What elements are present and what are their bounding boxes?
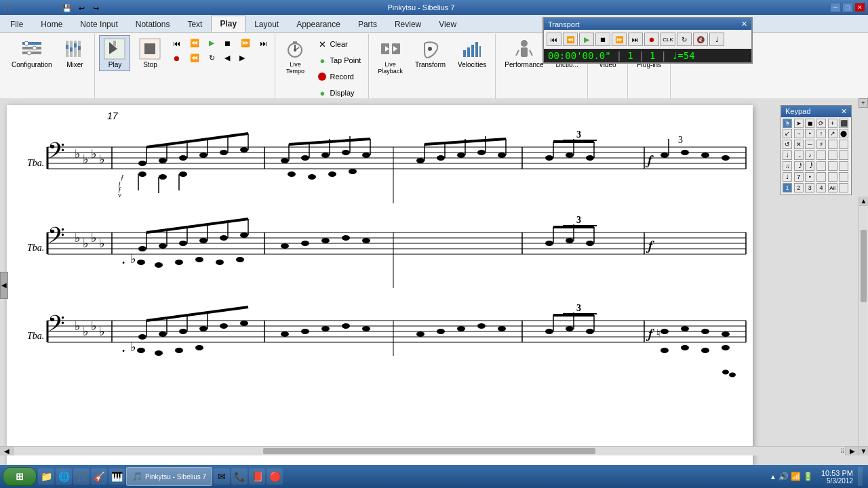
keypad-note6-btn[interactable]: 𝅘𝅥𝅱 xyxy=(805,161,814,171)
transport-ff-button[interactable]: ⏩ xyxy=(612,33,627,46)
live-tempo-button[interactable]: LiveTempo xyxy=(279,35,311,77)
scroll-right-btn[interactable]: ▶ xyxy=(845,447,859,455)
tab-appearance[interactable]: Appearance xyxy=(288,16,349,32)
taskbar-clock[interactable]: 10:53 PM 5/3/2012 xyxy=(821,469,853,485)
tray-arrow-icon[interactable]: ▲ xyxy=(770,473,776,481)
keypad-note5-btn[interactable]: 𝅘𝅥𝅰 xyxy=(794,161,804,171)
play-button[interactable]: Play xyxy=(99,35,130,71)
transport-play-small-button[interactable]: ▶ xyxy=(205,37,218,49)
volume-tray-icon[interactable]: 📶 xyxy=(791,472,801,481)
tab-note-input[interactable]: Note Input xyxy=(71,16,126,32)
keypad-all-btn[interactable]: All xyxy=(828,183,837,192)
taskbar-red-icon[interactable]: 🔴 xyxy=(267,468,283,485)
configuration-button[interactable]: Configuration xyxy=(7,35,56,71)
taskbar-phone-icon[interactable]: 📞 xyxy=(231,468,248,485)
transport-ff-end-button[interactable]: ⏭ xyxy=(628,33,643,46)
transport-rewind-button[interactable]: ⏪ xyxy=(186,52,203,64)
transport-prev-start-button[interactable]: ⏮ xyxy=(170,37,184,49)
tab-text[interactable]: Text xyxy=(178,16,211,32)
scroll-left-btn[interactable]: ◀ xyxy=(0,447,14,455)
transport-mute-button[interactable]: 🔇 xyxy=(693,33,708,46)
live-playback-button[interactable]: LivePlayback xyxy=(373,35,408,77)
network-tray-icon[interactable]: 🔊 xyxy=(778,472,789,481)
keypad-up-btn[interactable]: ↑ xyxy=(816,129,826,138)
keypad-dot-btn[interactable]: • xyxy=(805,129,814,138)
transport-close-button[interactable]: ✕ xyxy=(741,20,747,28)
taskbar-browser-icon[interactable]: 🌐 xyxy=(56,468,72,485)
transport-stop-small-button[interactable]: ⏹ xyxy=(220,37,235,49)
page-expand-button[interactable]: + xyxy=(859,98,868,108)
horizontal-scrollbar[interactable]: ◀ ▶ ⠿ xyxy=(0,446,859,455)
stop-button[interactable]: Stop xyxy=(134,35,165,71)
keypad-cursor-btn[interactable]: 🖱 xyxy=(783,119,792,128)
tab-layout[interactable]: Layout xyxy=(245,16,288,32)
keypad-q-btn[interactable]: ♩ xyxy=(783,172,792,182)
keypad-7-btn[interactable]: 7 xyxy=(794,172,804,182)
tab-view[interactable]: View xyxy=(430,16,465,32)
transport-metronome-button[interactable]: ♩ xyxy=(709,33,724,46)
keypad-2-btn[interactable]: 2 xyxy=(794,183,804,192)
maximize-button[interactable]: □ xyxy=(842,3,853,12)
transport-next-end-button[interactable]: ⏭ xyxy=(256,37,271,49)
clear-button[interactable]: ✕ Clear xyxy=(313,37,364,52)
transport-prev-button[interactable]: ⏪ xyxy=(186,37,203,49)
taskbar-guitar-icon[interactable]: 🎸 xyxy=(91,468,107,485)
tap-point-button[interactable]: ● Tap Point xyxy=(313,53,364,68)
keypad-period-btn[interactable]: • xyxy=(805,172,814,182)
scrollbar-h-thumb[interactable] xyxy=(263,448,595,454)
tab-home[interactable]: Home xyxy=(32,16,71,32)
scroll-up-btn[interactable]: ▲ xyxy=(859,197,868,206)
keypad-cycle-btn[interactable]: ⟳ xyxy=(816,119,826,128)
keypad-x-btn[interactable]: ✕ xyxy=(794,140,804,149)
record-button[interactable]: Record xyxy=(313,69,364,84)
keypad-1-btn[interactable]: 1 xyxy=(783,183,792,192)
tab-play[interactable]: Play xyxy=(211,16,245,32)
transport-rewind-begin-button[interactable]: ⏮ xyxy=(547,33,561,46)
scroll-down-btn[interactable]: ▼ xyxy=(859,446,868,455)
keypad-note4-btn[interactable]: ♫ xyxy=(783,161,792,171)
transport-fwd-button[interactable]: ▶ xyxy=(236,52,248,64)
keypad-dash-btn[interactable]: ─ xyxy=(805,140,814,149)
transport-click-button[interactable]: CLK xyxy=(660,33,675,46)
close-button[interactable]: ✕ xyxy=(854,3,865,12)
keypad-note3-btn[interactable]: ♪ xyxy=(805,150,814,160)
tab-review[interactable]: Review xyxy=(386,16,430,32)
save-qat-button[interactable]: 💾 xyxy=(61,3,73,14)
undo-qat-button[interactable]: ↩ xyxy=(75,3,87,14)
keypad-right-btn[interactable]: → xyxy=(794,129,804,138)
tab-file[interactable]: File xyxy=(1,16,32,32)
transport-rewind-button2[interactable]: ⏪ xyxy=(563,33,578,46)
keypad-arrow-btn[interactable]: ➤ xyxy=(794,119,804,128)
transport-record-button2[interactable]: ⏺ xyxy=(644,33,659,46)
keypad-note2-btn[interactable]: 𝅗 xyxy=(794,150,804,160)
scroll-resize-handle[interactable]: ⠿ xyxy=(840,448,845,455)
keypad-ne-btn[interactable]: ↗ xyxy=(828,129,837,138)
transport-loop-button[interactable]: ↻ xyxy=(205,52,218,64)
keypad-black-btn[interactable]: ⬛ xyxy=(839,119,848,128)
taskbar-pdf-icon[interactable]: 📕 xyxy=(249,468,265,485)
minimize-button[interactable]: ─ xyxy=(830,3,841,12)
vertical-scrollbar[interactable]: ▲ ▼ xyxy=(859,197,868,455)
taskbar-music-icon[interactable]: 🎵 xyxy=(73,468,90,485)
transport-record-button[interactable]: ⏺ xyxy=(170,52,184,64)
keypad-circle-btn[interactable]: ⬤ xyxy=(839,129,848,138)
show-desktop-button[interactable] xyxy=(859,467,863,486)
transform-button[interactable]: Transform xyxy=(410,35,450,71)
keypad-sw-btn[interactable]: ↙ xyxy=(783,129,792,138)
taskbar-piano-icon[interactable]: 🎹 xyxy=(108,468,125,485)
redo-qat-button[interactable]: ↪ xyxy=(90,3,102,14)
transport-next-button[interactable]: ⏩ xyxy=(237,37,254,49)
taskbar-sibelius-button[interactable]: 🎵 Pinkytsu - Sibelius 7 xyxy=(126,467,212,486)
keypad-square-btn[interactable]: ◼ xyxy=(805,119,814,128)
start-button[interactable]: ⊞ xyxy=(3,467,37,486)
keypad-loop-btn[interactable]: ↺ xyxy=(783,140,792,149)
keypad-plus-btn[interactable]: + xyxy=(828,119,837,128)
keypad-4-btn[interactable]: 4 xyxy=(816,183,826,192)
transport-stop-button2[interactable]: ⏹ xyxy=(595,33,610,46)
keypad-close-button[interactable]: ✕ xyxy=(841,107,847,116)
transport-loop-button2[interactable]: ↻ xyxy=(677,33,692,46)
tab-notations[interactable]: Notations xyxy=(127,16,179,32)
transport-back-button[interactable]: ◀ xyxy=(221,52,233,64)
scroll-left-button[interactable]: ◀ xyxy=(0,272,8,299)
transport-play-pause-button[interactable]: ▶ xyxy=(579,33,594,46)
